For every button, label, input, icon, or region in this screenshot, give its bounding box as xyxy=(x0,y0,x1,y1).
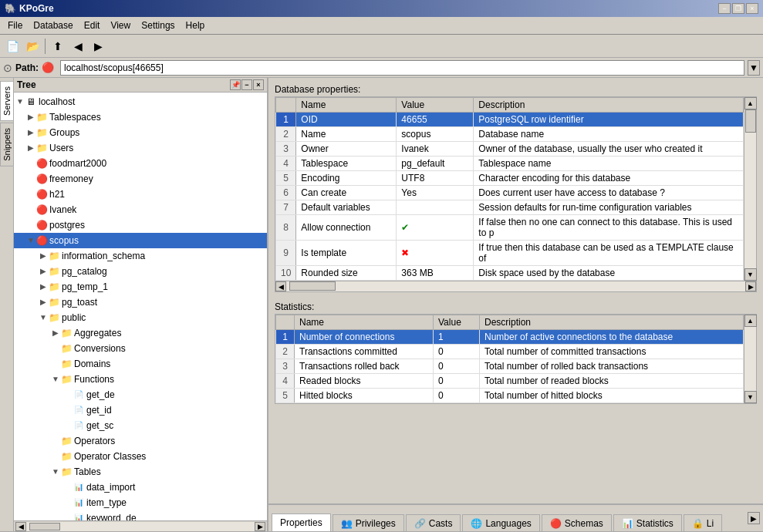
tree-item-freemoney[interactable]: ▶ 🔴 freemoney xyxy=(14,171,267,187)
tab-scroll-right[interactable]: ▶ xyxy=(748,512,760,524)
tree-close-button[interactable]: × xyxy=(253,79,264,90)
db-prop-row[interactable]: 2 Name scopus Database name xyxy=(276,127,744,142)
tab-casts[interactable]: 🔗 Casts xyxy=(406,514,461,531)
tree-scroll-left[interactable]: ◀ xyxy=(15,522,26,531)
tree-scroll-thumb-h[interactable] xyxy=(29,523,60,530)
toggle-information-schema[interactable]: ▶ xyxy=(39,251,48,261)
db-prop-row[interactable]: 10 Rounded size 363 MB Disk space used b… xyxy=(276,266,744,281)
db-scroll-right[interactable]: ▶ xyxy=(745,281,756,291)
tree-item-groups[interactable]: ▶ 📁 Groups xyxy=(14,125,267,140)
toggle-groups[interactable]: ▶ xyxy=(26,128,35,137)
tree-item-localhost[interactable]: ▼ 🖥 localhost xyxy=(14,94,267,109)
tree-item-ivanek[interactable]: ▶ 🔴 Ivanek xyxy=(14,202,267,217)
minimize-button[interactable]: − xyxy=(718,3,731,14)
row-name: OID xyxy=(296,113,397,127)
tree-item-information-schema[interactable]: ▶ 📁 information_schema xyxy=(14,248,267,264)
stats-row[interactable]: 2 Transactions committed 0 Total number … xyxy=(276,345,744,359)
tree-item-operator-classes[interactable]: ▶ 📁 Operator Classes xyxy=(14,449,267,464)
toggle-aggregates[interactable]: ▶ xyxy=(51,328,60,338)
tree-item-public[interactable]: ▼ 📁 public xyxy=(14,310,267,325)
db-prop-row[interactable]: 3 Owner Ivanek Owner of the database, us… xyxy=(276,142,744,157)
open-button[interactable]: 📂 xyxy=(23,37,42,56)
tab-li[interactable]: 🔒 Li xyxy=(684,514,722,531)
db-prop-row[interactable]: 6 Can create Yes Does current user have … xyxy=(276,186,744,200)
restore-button[interactable]: ❐ xyxy=(732,3,744,14)
toggle-users[interactable]: ▶ xyxy=(26,143,35,153)
db-props-scrollbar-v[interactable]: ▲ ▼ xyxy=(744,97,756,281)
tree-item-users[interactable]: ▶ 📁 Users xyxy=(14,140,267,156)
stats-scroll-down[interactable]: ▼ xyxy=(744,391,757,403)
db-props-scroll-down[interactable]: ▼ xyxy=(744,268,757,281)
side-tab-snippets[interactable]: Snippets xyxy=(0,123,14,167)
toggle-scopus[interactable]: ▼ xyxy=(26,236,35,245)
tab-privileges[interactable]: 👥 Privileges xyxy=(333,514,404,531)
db-props-scroll-thumb[interactable] xyxy=(745,109,756,133)
new-button[interactable]: 📄 xyxy=(3,37,22,56)
db-props-scroll-up[interactable]: ▲ xyxy=(744,97,757,109)
toggle-tablespaces[interactable]: ▶ xyxy=(26,113,35,122)
tab-properties[interactable]: Properties xyxy=(272,513,331,531)
tree-pin-button[interactable]: 📌 xyxy=(230,79,241,90)
stats-scroll-up[interactable]: ▲ xyxy=(744,315,757,327)
tree-item-pg-toast[interactable]: ▶ 📁 pg_toast xyxy=(14,295,267,310)
tree-item-domains[interactable]: ▶ 📁 Domains xyxy=(14,356,267,372)
toggle-tables[interactable]: ▼ xyxy=(51,467,60,476)
tree-item-get-id[interactable]: ▶ 📄 get_id xyxy=(14,402,267,418)
side-tab-servers[interactable]: Servers xyxy=(0,81,14,121)
tree-item-keyword-de[interactable]: ▶ 📊 keyword_de xyxy=(14,510,267,520)
menu-file[interactable]: File xyxy=(3,19,27,32)
path-dropdown[interactable]: ▼ xyxy=(748,60,760,76)
tree-item-h21[interactable]: ▶ 🔴 h21 xyxy=(14,187,267,202)
db-scroll-left[interactable]: ◀ xyxy=(275,281,286,291)
menu-database[interactable]: Database xyxy=(29,19,77,32)
path-input[interactable] xyxy=(60,60,744,76)
toggle-pg-catalog[interactable]: ▶ xyxy=(39,267,48,276)
tree-item-pg-temp-1[interactable]: ▶ 📁 pg_temp_1 xyxy=(14,279,267,295)
tree-item-pg-catalog[interactable]: ▶ 📁 pg_catalog xyxy=(14,264,267,279)
stats-row[interactable]: 1 Number of connections 1 Number of acti… xyxy=(276,330,744,345)
toggle-pg-toast[interactable]: ▶ xyxy=(39,298,48,307)
stats-row[interactable]: 3 Transactions rolled back 0 Total numbe… xyxy=(276,359,744,374)
stats-scrollbar-v[interactable]: ▲ ▼ xyxy=(744,315,756,403)
db-prop-row[interactable]: 4 Tablespace pg_default Tablespace name xyxy=(276,157,744,171)
tree-item-foodmart2000[interactable]: ▶ 🔴 foodmart2000 xyxy=(14,156,267,171)
tab-languages[interactable]: 🌐 Languages xyxy=(462,514,539,531)
tree-item-item-type[interactable]: ▶ 📊 item_type xyxy=(14,495,267,510)
toggle-pg-temp-1[interactable]: ▶ xyxy=(39,282,48,291)
tree-item-postgres[interactable]: ▶ 🔴 postgres xyxy=(14,217,267,233)
db-prop-row[interactable]: 9 Is template ✖ If true then this databa… xyxy=(276,241,744,266)
tree-minimize-button[interactable]: − xyxy=(241,79,252,90)
toggle-public[interactable]: ▼ xyxy=(39,313,48,322)
tree-item-get-de[interactable]: ▶ 📄 get_de xyxy=(14,387,267,402)
menu-view[interactable]: View xyxy=(106,19,135,32)
menu-settings[interactable]: Settings xyxy=(137,19,179,32)
tree-item-operators[interactable]: ▶ 📁 Operators xyxy=(14,433,267,449)
tab-statistics[interactable]: 📊 Statistics xyxy=(613,514,682,531)
tree-item-data-import[interactable]: ▶ 📊 data_import xyxy=(14,480,267,495)
tab-schemas[interactable]: 🔴 Schemas xyxy=(542,514,612,531)
tree-item-tables[interactable]: ▼ 📁 Tables xyxy=(14,464,267,480)
menu-edit[interactable]: Edit xyxy=(79,19,105,32)
up-button[interactable]: ⬆ xyxy=(49,37,67,56)
tree-item-conversions[interactable]: ▶ 📁 Conversions xyxy=(14,341,267,356)
tree-scrollbar-h[interactable]: ◀ ▶ xyxy=(14,520,267,531)
tree-item-scopus[interactable]: ▼ 🔴 scopus xyxy=(14,233,267,248)
stats-row[interactable]: 4 Readed blocks 0 Total number of readed… xyxy=(276,374,744,389)
toggle-localhost[interactable]: ▼ xyxy=(15,97,25,106)
db-prop-row[interactable]: 7 Default variables Session defaults for… xyxy=(276,200,744,215)
toggle-functions[interactable]: ▼ xyxy=(51,375,60,384)
db-prop-row[interactable]: 1 OID 46655 PostgreSQL row identifier xyxy=(276,113,744,127)
tree-item-get-sc[interactable]: ▶ 📄 get_sc xyxy=(14,418,267,433)
forward-button[interactable]: ▶ xyxy=(89,37,107,56)
tree-item-functions[interactable]: ▼ 📁 Functions xyxy=(14,372,267,387)
close-button[interactable]: × xyxy=(746,3,758,14)
menu-help[interactable]: Help xyxy=(181,19,210,32)
db-prop-row[interactable]: 8 Allow connection ✔ If false then no on… xyxy=(276,215,744,241)
db-scroll-thumb-h[interactable] xyxy=(289,281,336,291)
db-prop-row[interactable]: 5 Encoding UTF8 Character encoding for t… xyxy=(276,171,744,186)
tree-item-aggregates[interactable]: ▶ 📁 Aggregates xyxy=(14,325,267,341)
tree-scroll-right[interactable]: ▶ xyxy=(255,522,265,531)
back-button[interactable]: ◀ xyxy=(69,37,87,56)
tree-item-tablespaces[interactable]: ▶ 📁 Tablespaces xyxy=(14,109,267,125)
stats-row[interactable]: 5 Hitted blocks 0 Total number of hitted… xyxy=(276,389,744,403)
